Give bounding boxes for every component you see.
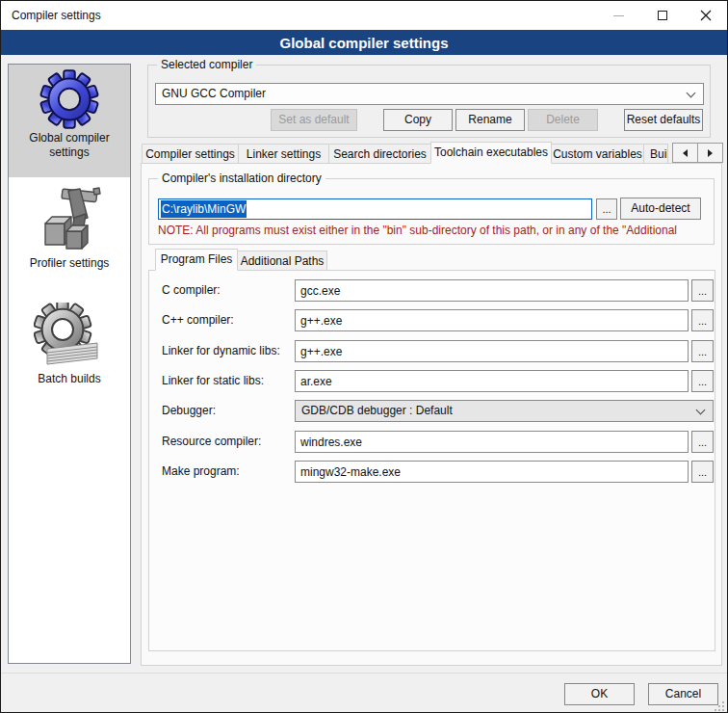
gray-gear-stack-icon bbox=[34, 303, 105, 372]
resource-compiler-label: Resource compiler: bbox=[162, 431, 261, 453]
dynamic-linker-browse-button[interactable]: ... bbox=[691, 340, 714, 362]
close-button[interactable] bbox=[684, 1, 727, 30]
cpp-compiler-label: C++ compiler: bbox=[162, 309, 234, 331]
installation-directory-legend: Compiler's installation directory bbox=[158, 172, 325, 185]
tab-additional-paths[interactable]: Additional Paths bbox=[237, 251, 327, 271]
installation-directory-selected-text: C:\raylib\MinGW bbox=[161, 200, 247, 218]
tab-scroll-buttons bbox=[673, 143, 723, 163]
tab-scroll-left-button[interactable] bbox=[672, 143, 698, 163]
dialog-banner: Global compiler settings bbox=[1, 30, 727, 55]
make-program-browse-button[interactable]: ... bbox=[691, 461, 714, 483]
tab-toolchain-executables[interactable]: Toolchain executables bbox=[430, 142, 552, 164]
copy-button[interactable]: Copy bbox=[383, 109, 453, 131]
debugger-select-value: GDB/CDB debugger : Default bbox=[301, 401, 689, 421]
static-linker-label: Linker for static libs: bbox=[162, 370, 264, 392]
window-title: Compiler settings bbox=[12, 1, 101, 30]
tab-compiler-settings[interactable]: Compiler settings bbox=[142, 144, 239, 164]
make-program-input[interactable] bbox=[295, 461, 689, 483]
compiler-select[interactable]: GNU GCC Compiler bbox=[155, 83, 704, 105]
auto-detect-button[interactable]: Auto-detect bbox=[620, 198, 701, 220]
tab-search-directories[interactable]: Search directories bbox=[328, 144, 431, 164]
resource-compiler-browse-button[interactable]: ... bbox=[691, 431, 714, 453]
sidebar-item-batch-builds[interactable]: Batch builds bbox=[9, 287, 130, 386]
blue-gear-icon bbox=[38, 67, 101, 131]
delete-button: Delete bbox=[528, 109, 598, 131]
tab-program-files[interactable]: Program Files bbox=[155, 249, 238, 271]
cancel-button[interactable]: Cancel bbox=[648, 683, 718, 705]
dialog-footer: OK Cancel bbox=[1, 673, 727, 713]
settings-category-list: Global compiler settings Profiler settin… bbox=[8, 64, 131, 664]
caliper-icon bbox=[36, 185, 103, 256]
c-compiler-browse-button[interactable]: ... bbox=[691, 279, 714, 302]
installation-directory-input[interactable]: C:\raylib\MinGW bbox=[158, 198, 592, 220]
maximize-button[interactable] bbox=[640, 1, 684, 30]
tab-custom-variables[interactable]: Custom variables bbox=[551, 144, 644, 164]
cpp-compiler-input[interactable] bbox=[295, 309, 689, 331]
caption-buttons bbox=[597, 1, 727, 30]
chevron-down-icon bbox=[696, 406, 706, 415]
cpp-compiler-browse-button[interactable]: ... bbox=[691, 309, 714, 331]
tab-scroll-right-button[interactable] bbox=[697, 143, 723, 163]
make-program-label: Make program: bbox=[162, 461, 240, 483]
resource-compiler-input[interactable] bbox=[295, 431, 689, 453]
rename-button[interactable]: Rename bbox=[455, 109, 525, 131]
reset-defaults-button[interactable]: Reset defaults bbox=[624, 109, 703, 131]
chevron-down-icon bbox=[687, 89, 696, 98]
c-compiler-input[interactable] bbox=[295, 279, 689, 302]
tab-build-options[interactable]: Build options bbox=[643, 144, 668, 164]
debugger-label: Debugger: bbox=[162, 400, 216, 422]
resize-grip[interactable] bbox=[714, 700, 725, 712]
compiler-select-value: GNU GCC Compiler bbox=[162, 84, 680, 104]
close-icon bbox=[700, 10, 712, 21]
selected-compiler-legend: Selected compiler bbox=[157, 58, 256, 71]
sidebar-item-profiler-settings[interactable]: Profiler settings bbox=[9, 177, 130, 287]
minimize-button bbox=[597, 1, 640, 30]
ok-button[interactable]: OK bbox=[564, 683, 635, 705]
titlebar[interactable]: Compiler settings bbox=[1, 1, 727, 30]
program-tabs: Program Files Additional Paths bbox=[155, 249, 326, 271]
compiler-tabs: Compiler settings Linker settings Search… bbox=[142, 142, 667, 164]
installation-directory-browse-button[interactable]: ... bbox=[596, 198, 617, 220]
dynamic-linker-input[interactable] bbox=[295, 340, 689, 362]
minimize-icon bbox=[613, 15, 624, 16]
sidebar-item-label: Profiler settings bbox=[13, 256, 126, 271]
arrow-left-icon bbox=[683, 149, 688, 157]
static-linker-browse-button[interactable]: ... bbox=[691, 370, 714, 392]
compiler-settings-dialog: Compiler settings Global compiler settin… bbox=[0, 0, 728, 713]
banner-title: Global compiler settings bbox=[279, 35, 448, 51]
tab-linker-settings[interactable]: Linker settings bbox=[238, 144, 329, 164]
arrow-right-icon bbox=[708, 149, 713, 157]
debugger-select[interactable]: GDB/CDB debugger : Default bbox=[295, 400, 714, 422]
installation-note: NOTE: All programs must exist either in … bbox=[158, 224, 713, 238]
set-as-default-button: Set as default bbox=[271, 109, 357, 131]
static-linker-input[interactable] bbox=[295, 370, 689, 392]
sidebar-item-label: Batch builds bbox=[13, 372, 126, 386]
sidebar-item-label: Global compiler settings bbox=[13, 131, 126, 160]
c-compiler-label: C compiler: bbox=[162, 279, 221, 302]
dynamic-linker-label: Linker for dynamic libs: bbox=[162, 340, 280, 362]
sidebar-item-global-compiler-settings[interactable]: Global compiler settings bbox=[9, 65, 130, 177]
maximize-icon bbox=[658, 11, 667, 20]
